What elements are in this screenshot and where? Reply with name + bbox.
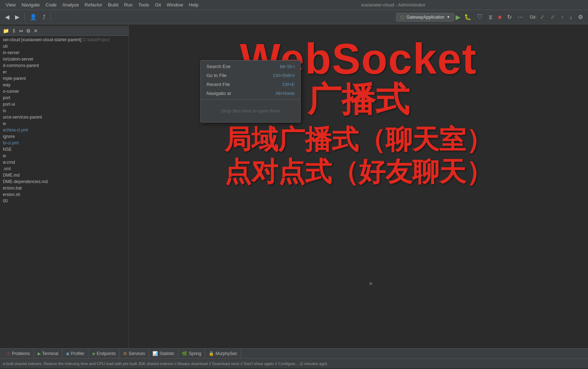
stop-button[interactable]: ■ xyxy=(496,13,504,22)
terminal-label: Terminal xyxy=(42,351,58,356)
git-check-2[interactable]: ✓ xyxy=(548,12,557,22)
coverage-button[interactable]: ⛉ xyxy=(475,13,485,22)
nav-arrow-icon[interactable]: ⤴ xyxy=(40,13,48,22)
status-tab-services[interactable]: ⚙ Services xyxy=(120,349,149,358)
vcs-label: ub xyxy=(0,43,128,49)
context-menu-go-to-file-shortcut: Ctrl+Shift+I xyxy=(273,73,295,78)
more-icon[interactable]: ⋯ xyxy=(515,12,525,22)
run-config-dropdown-icon[interactable]: ▼ xyxy=(447,15,450,19)
endpoints-icon: ◈ xyxy=(92,351,95,356)
context-menu: Search Eve ble Sh t Go to File Ctrl+Shif… xyxy=(200,60,301,123)
file-in-server[interactable]: in-server xyxy=(0,49,128,56)
file-mple-parent[interactable]: mple-parent xyxy=(0,75,128,82)
statistic-label: Statistic xyxy=(159,351,174,356)
file-port[interactable]: port xyxy=(0,95,128,101)
context-menu-navigation-bar[interactable]: Navigatio ar Alt+Home xyxy=(201,89,300,98)
status-bar: ⚠ Problems ▶ Terminal ◉ Profiler ◈ Endpo… xyxy=(0,348,588,358)
context-menu-recent-file[interactable]: Recent File Ctrl+E xyxy=(201,80,300,89)
status-tab-problems[interactable]: ⚠ Problems xyxy=(3,349,34,358)
spring-icon: 🌿 xyxy=(182,351,187,356)
settings-icon[interactable]: ⚙ xyxy=(576,12,585,22)
file-o-runner[interactable]: o-runner xyxy=(0,88,128,95)
file-ersion-sh[interactable]: ersion.sh xyxy=(0,191,128,198)
window-title: xuxiaowei-cloud - Administrator xyxy=(361,2,426,8)
file-ignore[interactable]: ignore xyxy=(0,133,128,140)
menu-window[interactable]: Window xyxy=(164,1,186,8)
expand-icon[interactable]: ⇕ xyxy=(12,28,16,34)
git-check-1[interactable]: ✓ xyxy=(538,12,547,22)
settings-sidebar-icon[interactable]: ⚙ xyxy=(26,28,31,34)
overlay-line4: 点对点式（好友聊天） xyxy=(224,155,493,188)
menu-view[interactable]: View xyxy=(3,1,19,8)
menu-refactor[interactable]: Refactor xyxy=(82,1,105,8)
sync-icon[interactable]: ↻ xyxy=(505,12,514,22)
menu-navigate[interactable]: Navigate xyxy=(19,1,43,8)
file-urce-services-parent[interactable]: urce-services-parent xyxy=(0,114,128,120)
status-tab-murphysec[interactable]: 🔒 MurphySec xyxy=(205,349,241,358)
forward-icon[interactable]: ▶ xyxy=(13,12,21,22)
menu-build[interactable]: Build xyxy=(105,1,121,8)
menu-tools[interactable]: Tools xyxy=(136,1,152,8)
collapse-icon[interactable]: ⇔ xyxy=(19,28,23,34)
status-tab-statistic[interactable]: 📊 Statistic xyxy=(149,349,178,358)
menu-code[interactable]: Code xyxy=(43,1,59,8)
context-menu-search-everywhere[interactable]: Search Eve ble Sh t xyxy=(201,62,300,71)
status-tab-spring[interactable]: 🌿 Spring xyxy=(178,349,205,358)
file-er[interactable]: er xyxy=(0,69,128,75)
close-sidebar-icon[interactable]: ✕ xyxy=(34,28,38,34)
profile-button[interactable]: ⧖ xyxy=(486,13,495,22)
status-tab-profiler[interactable]: ◉ Profiler xyxy=(62,349,88,358)
file-xml[interactable]: .xml xyxy=(0,166,128,172)
main-layout: 📁 ⇕ ⇔ ⚙ ✕ xei-cloud [xuxiaowei-cloud-sta… xyxy=(0,24,588,348)
file-00[interactable]: 00 xyxy=(0,198,128,204)
toolbar-sep-2 xyxy=(50,13,51,21)
context-menu-recent-file-label: Recent File xyxy=(206,82,230,87)
file-echina-ci[interactable]: echina-ci.yml xyxy=(0,127,128,133)
menu-analyze[interactable]: Analyze xyxy=(59,1,82,8)
menu-help[interactable]: Help xyxy=(186,1,201,8)
project-icon: 📁 xyxy=(3,28,9,34)
sidebar-toolbar: 📁 ⇕ ⇔ ⚙ ✕ xyxy=(0,26,128,36)
endpoints-label: Endpoints xyxy=(97,351,116,356)
toolbar-sep-1 xyxy=(24,13,25,21)
context-menu-search-everywhere-shortcut: ble Sh t xyxy=(280,64,295,69)
user-icon[interactable]: 👤 xyxy=(28,12,39,22)
file-dme-deps-md[interactable]: DME-dependencies.md xyxy=(0,178,128,185)
context-menu-drop-zone: Drop files here to open them xyxy=(201,101,300,121)
status-tab-endpoints[interactable]: ◈ Endpoints xyxy=(88,349,120,358)
notification-bar: e-built shared indexes: Reduce the index… xyxy=(0,358,588,368)
context-menu-navigation-bar-label: Navigatio ar xyxy=(206,91,231,96)
status-tab-terminal[interactable]: ▶ Terminal xyxy=(34,349,62,358)
murphysec-icon: 🔒 xyxy=(209,351,214,356)
file-nse[interactable]: NSE xyxy=(0,146,128,153)
sidebar: 📁 ⇕ ⇔ ⚙ ✕ xei-cloud [xuxiaowei-cloud-sta… xyxy=(0,24,129,348)
services-icon: ⚙ xyxy=(123,351,127,356)
file-wcmd[interactable]: w.cmd xyxy=(0,159,128,166)
menu-git[interactable]: Git xyxy=(152,1,164,8)
debug-button[interactable]: 🐛 xyxy=(462,12,473,22)
project-title: xei-cloud [xuxiaowei-cloud-starter-paren… xyxy=(0,36,128,43)
back-icon[interactable]: ◀ xyxy=(3,12,11,22)
file-d-commons-parent[interactable]: d-commons-parent xyxy=(0,62,128,69)
file-w2[interactable]: w xyxy=(0,153,128,159)
file-w1[interactable]: w xyxy=(0,120,128,127)
overlay-line3: 局域广播式（聊天室） xyxy=(224,123,493,155)
problems-label: Problems xyxy=(12,351,30,356)
file-bi-ci[interactable]: bi-ci.yml xyxy=(0,140,128,146)
run-button[interactable]: ▶ xyxy=(456,13,461,21)
file-dmemd[interactable]: DME.md xyxy=(0,172,128,178)
notification-text: e-built shared indexes: Reduce the index… xyxy=(3,361,327,366)
run-configuration[interactable]: ⬡ GatewayApplication ▼ xyxy=(396,13,454,21)
git-pull-icon[interactable]: ↓ xyxy=(567,13,574,22)
git-push-icon[interactable]: ↑ xyxy=(559,13,566,22)
file-iorization-server[interactable]: iorization-server xyxy=(0,56,128,62)
file-ersion-bat[interactable]: ersion.bat xyxy=(0,185,128,191)
file-is[interactable]: is xyxy=(0,107,128,114)
file-port-ui[interactable]: port-ui xyxy=(0,101,128,107)
context-menu-go-to-file[interactable]: Go to File Ctrl+Shift+I xyxy=(201,71,300,80)
menu-bar: View Navigate Code Analyze Refactor Buil… xyxy=(0,0,588,10)
file-way[interactable]: way xyxy=(0,82,128,88)
context-menu-recent-file-shortcut: Ctrl+E xyxy=(282,82,295,87)
context-menu-go-to-file-label: Go to File xyxy=(206,73,227,78)
menu-run[interactable]: Run xyxy=(121,1,136,8)
